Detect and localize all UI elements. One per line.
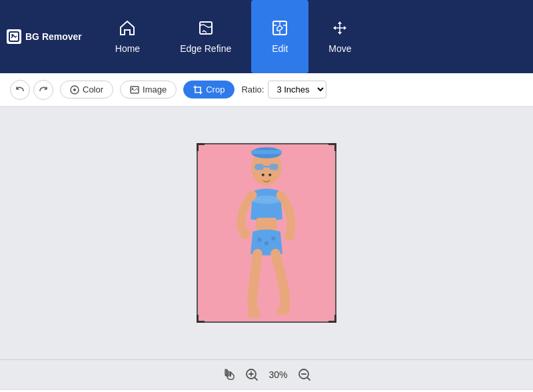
crop-icon bbox=[193, 85, 203, 95]
undo-button[interactable] bbox=[10, 80, 30, 100]
hand-tool-button[interactable] bbox=[222, 368, 235, 381]
crop-label: Crop bbox=[206, 85, 225, 95]
nav-label-home: Home bbox=[115, 43, 140, 54]
edit-icon bbox=[271, 19, 288, 39]
home-icon bbox=[119, 19, 136, 39]
zoom-in-button[interactable] bbox=[245, 368, 259, 381]
zoom-level: 30% bbox=[268, 369, 287, 380]
svg-point-11 bbox=[73, 89, 76, 91]
redo-button[interactable] bbox=[33, 80, 53, 100]
crop-corner-tr bbox=[328, 143, 336, 151]
image-label: Image bbox=[143, 85, 167, 95]
ratio-select-group: Ratio: 3 Inches 1:1 4:3 16:9 Free bbox=[241, 81, 326, 98]
svg-point-1 bbox=[11, 34, 13, 36]
crop-corner-br bbox=[328, 315, 336, 323]
zoom-out-button[interactable] bbox=[298, 368, 311, 381]
nav-item-edit[interactable]: Edit bbox=[251, 0, 308, 73]
edge-refine-icon bbox=[197, 19, 215, 39]
zoom-out-icon bbox=[298, 368, 311, 381]
move-icon bbox=[331, 19, 348, 39]
svg-point-13 bbox=[132, 87, 133, 89]
nav-label-edge-refine: Edge Refine bbox=[180, 43, 231, 54]
image-container bbox=[197, 143, 336, 323]
zoom-in-icon bbox=[245, 368, 259, 381]
crop-corner-tl bbox=[197, 143, 205, 151]
crop-frame bbox=[197, 143, 336, 323]
svg-line-38 bbox=[307, 377, 310, 380]
image-button[interactable]: Image bbox=[120, 81, 177, 98]
nav-label-move: Move bbox=[328, 43, 351, 54]
nav-items: Home Edge Refine bbox=[95, 0, 372, 73]
nav-item-home[interactable]: Home bbox=[95, 0, 160, 73]
logo-icon bbox=[7, 29, 21, 44]
color-label: Color bbox=[83, 85, 103, 95]
image-icon bbox=[130, 85, 139, 95]
color-icon bbox=[70, 85, 79, 95]
ratio-dropdown[interactable]: 3 Inches 1:1 4:3 16:9 Free bbox=[268, 81, 326, 98]
nav-item-move[interactable]: Move bbox=[308, 0, 371, 73]
nav-label-edit: Edit bbox=[272, 43, 288, 54]
footer: New Image Download bbox=[0, 389, 533, 392]
hand-icon bbox=[222, 368, 235, 381]
toolbar: Color Image Crop Ratio: 3 Inches 1:1 4:3… bbox=[0, 73, 533, 106]
zoom-bar: 30% bbox=[0, 359, 533, 389]
crop-corner-bl bbox=[197, 315, 205, 323]
app-name: BG Remover bbox=[25, 31, 82, 42]
ratio-label: Ratio: bbox=[241, 85, 264, 95]
nav-item-edge-refine[interactable]: Edge Refine bbox=[160, 0, 251, 73]
canvas-area bbox=[0, 106, 533, 359]
svg-line-35 bbox=[255, 377, 257, 380]
app-logo: BG Remover bbox=[7, 29, 82, 44]
crop-button[interactable]: Crop bbox=[183, 81, 235, 98]
color-button[interactable]: Color bbox=[60, 81, 113, 98]
navbar: BG Remover Home Edge Refine bbox=[0, 0, 533, 73]
undo-redo-group bbox=[10, 80, 53, 100]
